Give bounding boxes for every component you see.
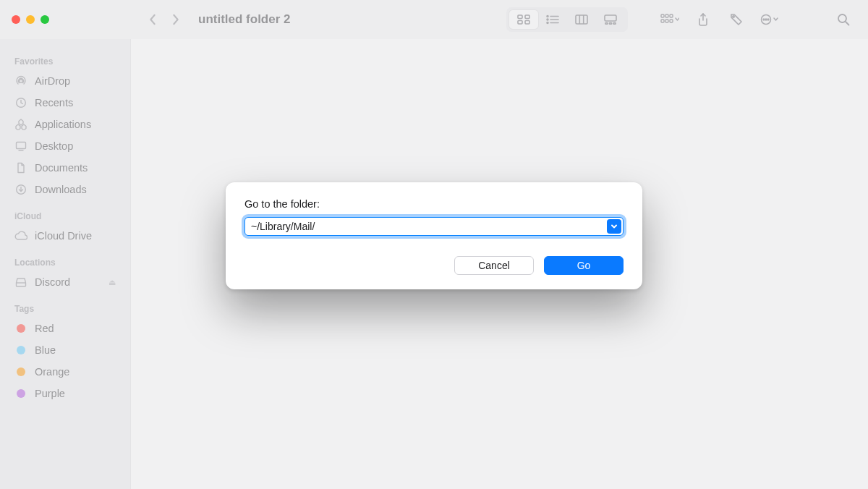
dialog-panel: Go to the folder: Cancel Go xyxy=(226,182,642,289)
path-dropdown-button[interactable] xyxy=(607,219,621,234)
cancel-button[interactable]: Cancel xyxy=(454,256,534,275)
dialog-buttons: Cancel Go xyxy=(244,256,624,275)
chevron-down-icon xyxy=(610,223,618,230)
dialog-label: Go to the folder: xyxy=(244,198,624,210)
go-button[interactable]: Go xyxy=(544,256,624,275)
path-input[interactable] xyxy=(244,217,624,236)
path-combobox xyxy=(244,217,624,236)
go-to-folder-dialog: Go to the folder: Cancel Go xyxy=(0,0,868,489)
